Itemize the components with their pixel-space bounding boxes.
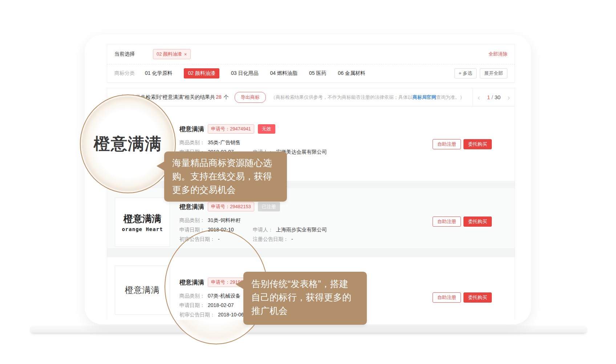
trademark-name: 橙意满满 — [179, 203, 204, 211]
callout-pointer-icon — [157, 161, 165, 171]
disclaimer: （商标检索结果仅供参考，不作为商标能否注册的法律依据；具体以商标局官网查询为准。… — [271, 94, 465, 101]
status-badge: 无效 — [258, 124, 275, 134]
callout-line: 自己的标行，获得更多的 — [251, 291, 359, 304]
trademark-name: 橙意满满 — [179, 125, 204, 133]
current-selection-row: 当前选择 02 颜料油漆 × 全部清除 — [107, 44, 515, 64]
callout-line: 更多的交易机会 — [172, 183, 279, 197]
current-selection-label: 当前选择 — [114, 51, 135, 57]
trademark-image: 橙意满满 — [115, 266, 170, 315]
category-tab-03[interactable]: 03 日化用品 — [231, 70, 258, 77]
pagination: ‹ 1/30 › — [473, 88, 515, 106]
close-icon[interactable]: × — [184, 52, 187, 57]
trademark-image-subtext: orange Heart — [122, 226, 163, 232]
clear-all-button[interactable]: 全部清除 — [489, 51, 507, 57]
disclaimer-suffix: 查询为准。） — [436, 94, 465, 100]
field-value: 35类-广告销售 — [208, 139, 240, 146]
field-label: 商品类别： — [179, 139, 205, 146]
category-tab-04[interactable]: 04 燃料油脂 — [270, 70, 297, 77]
entrust-buy-button[interactable]: 委托购买 — [463, 217, 492, 227]
callout-line: 海量精品商标资源随心选 — [172, 156, 279, 170]
field-label: 注册公告日期： — [253, 235, 288, 243]
category-tab-01[interactable]: 01 化学原料 — [145, 70, 172, 77]
category-row-label: 商标分类 — [114, 70, 135, 77]
trademark-image-text: 橙意满满 — [125, 284, 160, 296]
category-row: 商标分类 01 化学原料 02 颜料油漆 03 日化用品 04 燃料油脂 05 … — [107, 64, 515, 82]
selected-filter-tag[interactable]: 02 颜料油漆 × — [153, 49, 191, 59]
category-tab-06[interactable]: 06 金属材料 — [338, 70, 365, 77]
status-badge: 已注册 — [258, 202, 280, 211]
entrust-buy-button[interactable]: 委托购买 — [463, 292, 492, 303]
results-header: 当前分类共检索到“橙意满满”相关的结果共28 个 导出商标 （商标检索结果仅供参… — [107, 88, 515, 106]
application-number-tag: 申请号：29474941 — [208, 124, 254, 134]
total-pages: 30 — [494, 94, 500, 100]
callout-line: 告别传统“发表格”，搭建 — [251, 277, 359, 291]
filter-actions: + 多选 展开全部 — [454, 68, 507, 78]
callout-promotion: 告别传统“发表格”，搭建 自己的标行，获得更多的 推广机会 — [243, 272, 367, 325]
results-summary-suffix: 个 — [222, 94, 229, 100]
entrust-buy-button[interactable]: 委托购买 — [463, 139, 492, 149]
selected-filter-tag-label: 02 颜料油漆 — [157, 51, 182, 57]
results-count: 28 — [215, 94, 222, 100]
callout-line: 购。支持在线交易，获得 — [172, 170, 279, 183]
application-number-tag: 申请号：29482153 — [208, 202, 254, 211]
callout-line: 推广机会 — [251, 304, 359, 318]
field-label: 商品类别： — [179, 217, 205, 224]
current-page: 1 — [487, 94, 490, 100]
multi-select-button[interactable]: + 多选 — [454, 68, 477, 78]
page-separator: / — [490, 94, 494, 100]
laptop-base — [30, 325, 587, 333]
page: 当前选择 02 颜料油漆 × 全部清除 商标分类 01 化学原料 02 颜料油漆… — [0, 0, 616, 364]
category-list: 01 化学原料 02 颜料油漆 03 日化用品 04 燃料油脂 05 医药 06… — [145, 68, 365, 78]
trademark-image: 橙意满满 orange Heart — [115, 198, 170, 247]
field-label: 申请人： — [253, 226, 273, 233]
magnifier-circle-1: 橙意满满 — [80, 94, 176, 193]
expand-all-button[interactable]: 展开全部 — [480, 68, 507, 78]
page-indicator: 1/30 — [487, 94, 500, 100]
trademark-office-link[interactable]: 商标局官网 — [413, 94, 436, 100]
export-trademarks-button[interactable]: 导出商标 — [235, 92, 266, 103]
disclaimer-prefix: （商标检索结果仅供参考，不作为商标能否注册的法律依据；具体以 — [271, 94, 413, 100]
prev-page-icon[interactable]: ‹ — [478, 94, 480, 101]
field-value: 31类-饲料种籽 — [208, 217, 240, 224]
filter-panel: 当前选择 02 颜料油漆 × 全部清除 商标分类 01 化学原料 02 颜料油漆… — [107, 44, 515, 83]
field-value: - — [291, 235, 293, 243]
next-page-icon[interactable]: › — [507, 94, 510, 101]
field-value: 上海雨步实业有限公司 — [276, 226, 327, 233]
category-tab-05[interactable]: 05 医药 — [309, 70, 326, 77]
self-register-button[interactable]: 自助注册 — [433, 139, 461, 149]
self-register-button[interactable]: 自助注册 — [433, 292, 461, 303]
row-divider — [107, 248, 515, 257]
callout-pointer-icon — [236, 280, 244, 289]
self-register-button[interactable]: 自助注册 — [433, 217, 461, 227]
trademark-image-text: 橙意满满 — [123, 213, 161, 225]
magnified-trademark-text: 橙意满满 — [94, 133, 162, 155]
category-tab-02-selected[interactable]: 02 颜料油漆 — [184, 68, 219, 78]
callout-marketplace: 海量精品商标资源随心选 购。支持在线交易，获得 更多的交易机会 — [164, 151, 287, 202]
